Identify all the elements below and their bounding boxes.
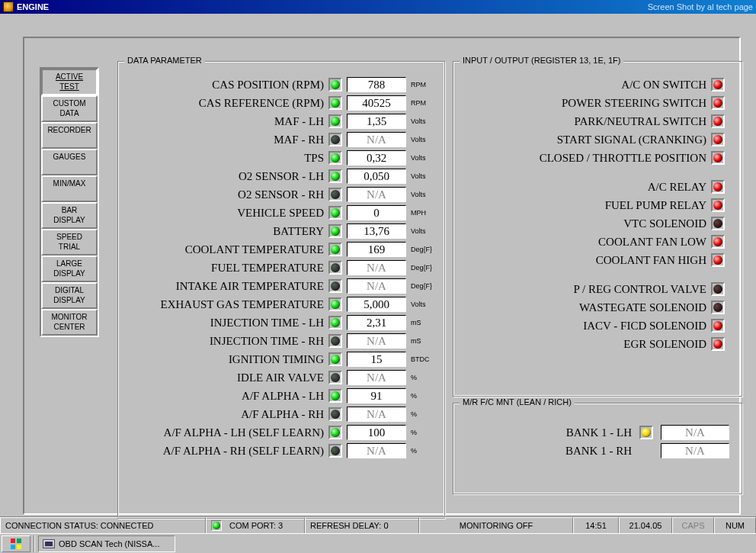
task-label: OBD SCAN Tech (NISSA... <box>59 539 159 548</box>
nav-button[interactable]: RECORDER <box>41 122 98 149</box>
status-led-icon <box>328 426 342 439</box>
parameter-label: IDLE AIR VALVE <box>124 371 328 384</box>
parameter-value: 1,35 <box>347 114 406 129</box>
parameter-unit: mS <box>411 319 438 326</box>
parameter-unit: BTDC <box>411 355 438 363</box>
status-led-icon <box>328 133 342 146</box>
io-label: P / REG CONTROL VALVE <box>458 283 711 296</box>
mr-row: BANK 1 - RHN/A <box>458 442 729 460</box>
io-row: CLOSED / THROTTLE POSITION <box>458 149 729 167</box>
data-parameter-row: A/F ALPHA - RH (SELF LEARN)N/A% <box>124 442 438 460</box>
status-led-icon <box>328 371 342 384</box>
parameter-unit: MPH <box>411 209 438 217</box>
data-parameter-row: A/F ALPHA - RHN/A% <box>124 405 438 423</box>
status-date: 21.04.05 <box>619 517 672 533</box>
nav-button[interactable]: BAR DISPLAY <box>41 202 98 229</box>
taskbar: OBD SCAN Tech (NISSA... <box>0 533 756 553</box>
io-label: PARK/NEUTRAL SWITCH <box>458 115 711 128</box>
data-parameter-row: FUEL TEMPERATUREN/ADeg{F} <box>124 259 438 277</box>
status-led-icon <box>328 279 342 293</box>
status-led-icon <box>328 261 342 275</box>
parameter-value: 169 <box>347 242 406 257</box>
parameter-value: 0,050 <box>347 169 406 184</box>
parameter-value: N/A <box>347 443 406 458</box>
parameter-value: 13,76 <box>347 223 406 239</box>
comport-led-icon <box>211 520 222 531</box>
io-led-icon <box>711 114 725 128</box>
parameter-label: CAS REFERENCE (RPM) <box>124 97 328 110</box>
nav-button[interactable]: GAUGES <box>41 149 98 175</box>
parameter-label: A/F ALPHA - LH (SELF LEARN) <box>124 426 328 439</box>
io-label: POWER STEERING SWITCH <box>458 97 711 110</box>
io-row: POWER STEERING SWITCH <box>458 94 729 112</box>
status-connection: CONNECTION STATUS: CONNECTED <box>0 517 206 533</box>
parameter-unit: Deg{F} <box>411 264 438 272</box>
window-title: ENGINE <box>17 2 49 11</box>
io-row: A/C ON SWITCH <box>458 76 729 94</box>
parameter-label: O2 SENSOR - RH <box>124 188 328 201</box>
group-io-legend: INPUT / OUTPUT (REGISTER 13, 1E, 1F) <box>460 56 623 65</box>
io-label: START SIGNAL (CRANKING) <box>458 133 711 146</box>
io-led-icon <box>711 96 725 110</box>
start-button[interactable] <box>2 535 30 552</box>
status-time: 14:51 <box>573 517 619 533</box>
io-row: START SIGNAL (CRANKING) <box>458 130 729 149</box>
status-monitor: MONITORING OFF <box>419 517 573 533</box>
io-row: PARK/NEUTRAL SWITCH <box>458 112 729 130</box>
taskbar-task-button[interactable]: OBD SCAN Tech (NISSA... <box>38 535 175 552</box>
status-led-icon <box>328 114 342 128</box>
data-parameter-row: INJECTION TIME - LH2,31mS <box>124 313 438 332</box>
nav-button[interactable]: SPEED TRIAL <box>41 229 98 256</box>
parameter-unit: Volts <box>411 191 438 198</box>
data-parameter-row: INJECTION TIME - RHN/AmS <box>124 332 438 350</box>
parameter-label: IGNITION TIMING <box>124 353 328 366</box>
parameter-label: VEHICLE SPEED <box>124 207 328 220</box>
io-led-icon <box>711 337 725 351</box>
nav-button[interactable]: MIN/MAX <box>41 175 98 202</box>
io-row: COOLANT FAN LOW <box>458 233 729 251</box>
parameter-value: 0,32 <box>347 150 406 166</box>
client-area: ACTIVE TESTCUSTOM DATARECORDERGAUGESMIN/… <box>0 14 756 530</box>
data-parameter-row: MAF - LH1,35Volts <box>124 112 438 130</box>
mr-led-icon <box>639 426 653 439</box>
parameter-label: EXHAUST GAS TEMPERATURE <box>124 298 328 311</box>
io-row: P / REG CONTROL VALVE <box>458 280 729 298</box>
io-label: EGR SOLENOID <box>458 338 711 351</box>
data-parameter-row: IDLE AIR VALVEN/A% <box>124 368 438 387</box>
group-mr-legend: M/R F/C MNT (LEAN / RICH) <box>460 397 575 407</box>
parameter-value: 100 <box>347 425 406 440</box>
data-parameter-row: TPS0,32Volts <box>124 149 438 167</box>
data-parameter-row: VEHICLE SPEED0MPH <box>124 204 438 222</box>
io-label: FUEL PUMP RELAY <box>458 199 711 212</box>
parameter-label: A/F ALPHA - LH <box>124 390 328 403</box>
parameter-unit: RPM <box>411 81 438 88</box>
nav-button[interactable]: LARGE DISPLAY <box>41 256 98 282</box>
parameter-label: FUEL TEMPERATURE <box>124 262 328 275</box>
nav-button[interactable]: MONITOR CENTER <box>41 309 98 336</box>
io-led-icon <box>711 253 725 267</box>
io-row: COOLANT FAN HIGH <box>458 251 729 269</box>
io-led-icon <box>711 198 725 212</box>
parameter-label: MAF - RH <box>124 133 328 146</box>
watermark-text: Screen Shot by al tech page <box>648 2 753 11</box>
nav-button[interactable]: ACTIVE TEST <box>41 69 98 95</box>
parameter-unit: % <box>411 392 438 400</box>
status-led-icon <box>328 188 342 201</box>
group-data-parameter: DATA PARAMETER CAS POSITION (RPM)788RPMC… <box>117 61 445 519</box>
nav-button[interactable]: DIGITAL DISPLAY <box>41 282 98 309</box>
io-label: COOLANT FAN HIGH <box>458 254 711 267</box>
status-led-icon <box>328 96 342 110</box>
io-gap <box>458 167 729 178</box>
windows-logo-icon <box>11 539 21 549</box>
data-parameter-row: A/F ALPHA - LH (SELF LEARN)100% <box>124 423 438 442</box>
status-led-icon <box>328 78 342 92</box>
parameter-label: MAF - LH <box>124 115 328 128</box>
parameter-label: COOLANT TEMPERATURE <box>124 243 328 256</box>
parameter-label: INTAKE AIR TEMPERATURE <box>124 280 328 293</box>
nav-button[interactable]: CUSTOM DATA <box>41 95 98 122</box>
parameter-value: 0 <box>347 205 406 220</box>
status-bar: CONNECTION STATUS: CONNECTED COM PORT: 3… <box>0 516 756 533</box>
io-label: WASTEGATE SOLENOID <box>458 301 711 314</box>
io-led-icon <box>711 235 725 249</box>
parameter-unit: Volts <box>411 172 438 180</box>
